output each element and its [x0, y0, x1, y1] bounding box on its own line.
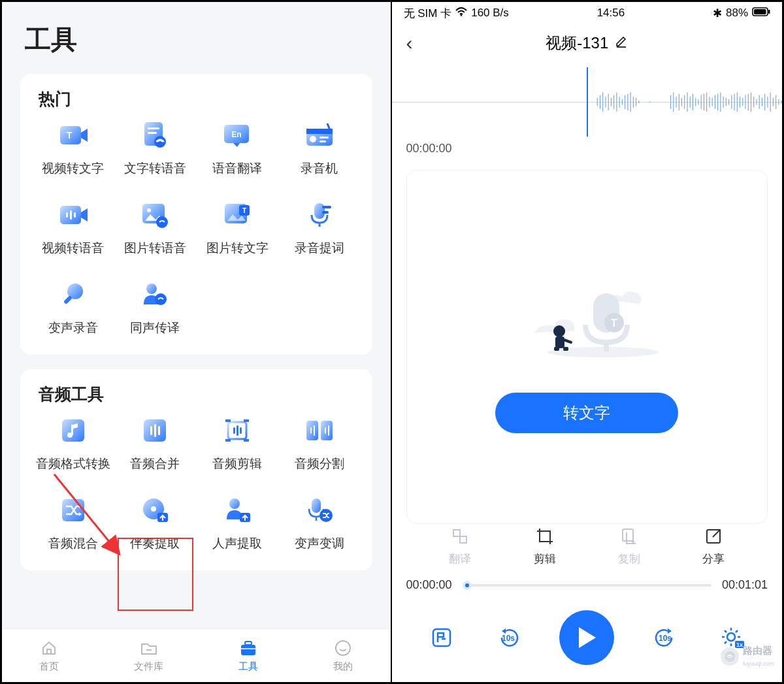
svg-text:10s: 10s: [502, 634, 515, 643]
file-sound-icon: [139, 120, 171, 151]
back-button[interactable]: ‹: [406, 32, 413, 54]
copy-icon: [619, 527, 639, 546]
camera-sound-icon: [57, 199, 89, 231]
briefcase-icon: [238, 638, 258, 658]
split-icon: [304, 415, 335, 446]
mic-shuffle-icon: [304, 495, 335, 526]
tab-home[interactable]: 首页: [39, 638, 59, 673]
svg-rect-70: [754, 9, 766, 14]
svg-rect-42: [225, 439, 231, 442]
svg-text:En: En: [231, 130, 241, 139]
tool-label: 变声录音: [48, 319, 98, 336]
tool-label: 同声传译: [130, 319, 180, 336]
forward-10s-button[interactable]: 10s: [649, 622, 681, 653]
action-copy[interactable]: 复制: [618, 527, 640, 566]
rewind-10s-button[interactable]: 10s: [493, 622, 524, 653]
svg-rect-44: [233, 427, 235, 434]
svg-rect-46: [240, 427, 242, 434]
tool-voice-translate[interactable]: En 语音翻译: [196, 120, 278, 177]
header: ‹ 视频-131: [392, 24, 783, 62]
shuffle-icon: [57, 495, 89, 526]
svg-point-135: [553, 325, 565, 337]
music-note-icon: [57, 415, 89, 446]
tool-audio-merge[interactable]: 音频合并: [114, 415, 197, 472]
svg-point-55: [151, 506, 156, 512]
progress-bar[interactable]: [463, 584, 711, 587]
tab-tools[interactable]: 工具: [238, 638, 258, 673]
hot-section: 热门 T 视频转文字 文字转语音 En: [20, 74, 372, 355]
tool-record-prompter[interactable]: 录音提词: [278, 199, 361, 257]
person-sound-icon: [139, 279, 171, 310]
svg-rect-16: [70, 210, 72, 220]
tool-voice-change-record[interactable]: 变声录音: [32, 279, 114, 336]
tool-text-to-speech[interactable]: 文字转语音: [114, 120, 197, 177]
svg-rect-50: [314, 425, 315, 436]
convert-to-text-button[interactable]: 转文字: [495, 393, 678, 433]
svg-rect-48: [321, 421, 333, 440]
play-button[interactable]: [559, 610, 614, 665]
tool-label: 图片转语音: [124, 240, 186, 257]
tool-image-to-text[interactable]: T 图片转文字: [196, 199, 278, 257]
crop-icon: [221, 415, 253, 446]
tab-mine[interactable]: 我的: [333, 638, 353, 673]
progress-row: 00:00:00 00:01:01: [392, 566, 783, 604]
svg-rect-71: [768, 10, 770, 14]
svg-point-57: [229, 498, 240, 509]
svg-point-5: [154, 136, 166, 148]
tool-audio-mix[interactable]: 音频混合: [32, 495, 114, 552]
tool-video-to-speech[interactable]: 视频转语音: [32, 199, 114, 257]
progress-handle[interactable]: [463, 581, 472, 590]
tool-simul-interpret[interactable]: 同声传译: [114, 279, 197, 336]
svg-point-147: [727, 633, 735, 641]
action-edit[interactable]: 剪辑: [534, 527, 556, 566]
crop-icon: [535, 527, 555, 546]
action-share[interactable]: 分享: [702, 527, 725, 566]
tool-pitch-change[interactable]: 变声变调: [278, 495, 361, 552]
tab-library[interactable]: 文件库: [134, 638, 163, 673]
waveform[interactable]: [392, 67, 783, 137]
translate-icon: En: [221, 120, 253, 151]
bluetooth-icon: ✱: [713, 7, 722, 20]
svg-rect-34: [71, 425, 73, 435]
status-bar: 无 SIM 卡 160 B/s 14:56 ✱ 88%: [392, 2, 783, 24]
section-title-hot: 热门: [39, 88, 361, 110]
tool-image-to-speech[interactable]: 图片转语音: [114, 199, 197, 257]
tab-label: 首页: [39, 660, 59, 673]
sim-status: 无 SIM 卡: [404, 6, 452, 21]
svg-rect-3: [148, 127, 159, 129]
edit-icon[interactable]: [615, 35, 628, 52]
tool-recorder[interactable]: 录音机: [278, 120, 361, 177]
wifi-icon: [455, 7, 467, 20]
tool-audio-split[interactable]: 音频分割: [278, 415, 361, 472]
svg-point-20: [156, 216, 168, 228]
merge-icon: [139, 415, 171, 446]
tool-audio-convert[interactable]: 音频格式转换: [32, 415, 114, 472]
clock: 14:56: [597, 7, 625, 20]
playhead-cursor[interactable]: [587, 67, 588, 137]
tool-vocal-extract[interactable]: 人声提取: [196, 495, 278, 552]
mic-text-icon: [304, 199, 335, 231]
svg-rect-4: [148, 132, 157, 134]
svg-rect-139: [623, 529, 633, 541]
tool-label: 变声变调: [295, 535, 344, 552]
header-title: 视频-131: [546, 33, 608, 54]
svg-rect-12: [319, 137, 329, 138]
tool-label: 音频剪辑: [212, 455, 262, 472]
tool-audio-cut[interactable]: 音频剪辑: [196, 415, 278, 472]
svg-rect-41: [244, 419, 249, 422]
svg-rect-24: [314, 203, 325, 219]
battery-percent: 88%: [726, 7, 748, 20]
tool-accompaniment-extract[interactable]: 伴奏提取: [114, 495, 197, 552]
tool-label: 伴奏提取: [130, 535, 180, 552]
action-bar: 翻译 剪辑 复制 分享: [392, 527, 783, 566]
tab-label: 我的: [333, 660, 353, 673]
lyrics-button[interactable]: [426, 622, 457, 653]
tool-video-to-text[interactable]: T 视频转文字: [32, 120, 114, 177]
tool-label: 文字转语音: [124, 160, 186, 177]
person-upload-icon: [221, 495, 253, 526]
image-text-icon: T: [221, 199, 253, 231]
disc-upload-icon: [139, 495, 171, 526]
action-translate[interactable]: 翻译: [449, 527, 471, 566]
tool-label: 录音机: [301, 160, 338, 177]
watermark: 路由器luyouqi.com: [721, 645, 774, 668]
